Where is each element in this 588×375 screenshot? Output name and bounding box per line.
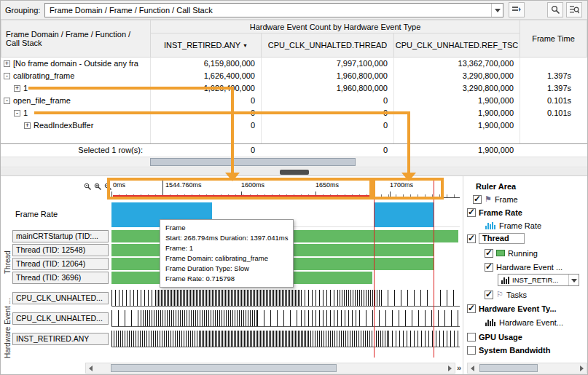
row-label: open_file_frame bbox=[13, 96, 71, 105]
pane-splitter[interactable] bbox=[1, 168, 587, 176]
column-header-frame-time[interactable]: Frame Time bbox=[520, 20, 587, 58]
search-button[interactable] bbox=[547, 2, 563, 17]
checkbox-unchecked-icon[interactable] bbox=[467, 333, 476, 342]
ruler-tick: 1544.760ms bbox=[165, 181, 202, 189]
checkbox-checked-icon[interactable] bbox=[485, 291, 493, 299]
hw-event-tick-chart[interactable] bbox=[111, 310, 460, 327]
grouping-label: Grouping: bbox=[5, 6, 40, 15]
thread-row-label[interactable]: mainCRTStartup (TID:... bbox=[12, 230, 109, 242]
vtune-window: Grouping: Frame Domain / Frame / Functio… bbox=[0, 0, 588, 375]
row-filter-button[interactable] bbox=[566, 2, 582, 17]
checkbox-checked-icon[interactable] bbox=[485, 263, 493, 272]
cell-frame-time bbox=[520, 119, 587, 132]
ruler-tick: 0ms bbox=[113, 181, 125, 189]
cell-frame-time: 0.101s bbox=[520, 107, 587, 119]
timeline-horizontal-scrollbar[interactable] bbox=[85, 363, 455, 374]
chevron-down-icon[interactable] bbox=[568, 275, 579, 285]
column-header-callstack[interactable]: Frame Domain / Frame / Function / Call S… bbox=[1, 20, 151, 58]
frame-rate-legend-row: Frame Rate bbox=[485, 220, 541, 231]
thread-row-label[interactable]: Thread (TID: 3696) bbox=[12, 272, 109, 284]
checkbox-checked-icon[interactable] bbox=[467, 234, 476, 243]
scroll-right-icon[interactable] bbox=[580, 366, 584, 371]
checkbox-checked-icon[interactable] bbox=[485, 249, 493, 258]
hw-event-row-label[interactable]: CPU_CLK_UNHALTED... bbox=[12, 312, 109, 325]
thread-row-label[interactable]: Thread (TID: 12064) bbox=[12, 258, 109, 270]
cell-frame-time: 1.397s bbox=[520, 82, 587, 95]
hardware-event-axis-label: Hardware Event ... bbox=[4, 298, 12, 358]
panel-horizontal-scrollbar[interactable] bbox=[467, 363, 587, 374]
running-checkbox-row[interactable]: Running bbox=[485, 248, 538, 258]
hw-event-tick-chart[interactable] bbox=[111, 331, 460, 347]
zoom-in-icon[interactable] bbox=[94, 183, 102, 192]
frame-rate-checkbox-row[interactable]: Frame Rate bbox=[467, 207, 522, 218]
hw-event-tick-chart[interactable] bbox=[111, 290, 460, 307]
cell-inst: 6,159,800,000 bbox=[150, 58, 261, 70]
scroll-left-icon[interactable] bbox=[89, 366, 93, 371]
collapse-icon[interactable]: - bbox=[14, 110, 20, 117]
hardware-event-checkbox-row[interactable]: Hardware Event ... bbox=[485, 261, 562, 272]
hardware-event-select[interactable]: INST_RETIR... bbox=[498, 274, 579, 286]
chevron-down-icon[interactable] bbox=[491, 4, 503, 17]
scroll-left-icon[interactable] bbox=[471, 366, 474, 371]
frame-checkbox-row[interactable]: ⚑ Frame bbox=[473, 194, 518, 205]
scrollbar-thumb[interactable] bbox=[479, 364, 538, 372]
row-label: 1 bbox=[23, 108, 28, 117]
thread-checkbox-row[interactable]: Thread bbox=[467, 233, 525, 244]
expand-icon[interactable]: + bbox=[24, 122, 31, 129]
column-header-clk-ref-tsc[interactable]: CPU_CLK_UNHALTED.REF_TSC bbox=[393, 33, 520, 58]
checkbox-checked-icon[interactable] bbox=[467, 208, 476, 217]
column-header-inst-retired[interactable]: INST_RETIRED.ANY ▼ bbox=[150, 33, 262, 58]
table-row[interactable]: +ReadIndexBuffer 0 0 1,900,000 bbox=[1, 119, 587, 132]
checkbox-checked-icon[interactable] bbox=[467, 304, 476, 313]
cell-clk-ref: 3,290,800,000 bbox=[393, 82, 520, 95]
customize-grouping-button[interactable] bbox=[509, 2, 525, 17]
sort-descending-icon: ▼ bbox=[243, 43, 248, 48]
scrollbar-thumb[interactable] bbox=[111, 364, 337, 372]
table-row[interactable]: -calibrating_frame 1,626,400,000 1,960,8… bbox=[1, 70, 587, 82]
expand-more-icon[interactable]: » bbox=[457, 363, 461, 372]
grid-horizontal-scrollbar[interactable] bbox=[1, 157, 587, 167]
checkbox-unchecked-icon[interactable] bbox=[467, 346, 476, 355]
table-row[interactable]: -1 0 0 1,900,000 0.101s bbox=[1, 107, 587, 119]
selection-summary-row: Selected 1 row(s): 0 0 1,900,000 bbox=[1, 143, 587, 156]
expand-icon[interactable]: + bbox=[4, 60, 10, 67]
grouping-bar: Grouping: Frame Domain / Frame / Functio… bbox=[1, 1, 587, 20]
grouping-dropdown[interactable]: Frame Domain / Frame / Function / Call S… bbox=[44, 3, 503, 17]
timeline-ruler[interactable]: 0ms 1544.760ms 1600ms 1650ms 1700ms bbox=[111, 180, 460, 198]
table-row[interactable]: +1 1,626,400,000 1,960,800,000 3,290,800… bbox=[1, 82, 587, 95]
cell-clk-thread: 0 bbox=[261, 95, 393, 107]
frame-rate-bar bbox=[375, 202, 434, 227]
system-bandwidth-checkbox-row[interactable]: System Bandwidth bbox=[467, 344, 550, 355]
cell-inst: 1,626,400,000 bbox=[150, 82, 261, 95]
zoom-undo-icon[interactable] bbox=[84, 183, 92, 192]
table-row[interactable]: -open_file_frame 0 0 1,900,000 0.101s bbox=[1, 95, 587, 107]
thread-row-label[interactable]: Thread (TID: 12548) bbox=[12, 244, 109, 256]
collapse-icon[interactable]: - bbox=[4, 73, 10, 79]
table-row[interactable]: +[No frame domain - Outside any fra 6,15… bbox=[1, 58, 587, 70]
cell-clk-ref: 3,290,800,000 bbox=[393, 70, 520, 82]
checkbox-checked-icon[interactable] bbox=[473, 195, 482, 204]
frame-tooltip: Frame Start: 268.794ms Duration: 1397.04… bbox=[160, 219, 294, 288]
group-header: Hardware Event Count by Hardware Event T… bbox=[150, 20, 520, 33]
panel-divider bbox=[463, 176, 463, 374]
cell-clk-thread: 0 bbox=[261, 119, 393, 132]
scrollbar-thumb[interactable] bbox=[150, 158, 356, 166]
splitter-handle-icon[interactable] bbox=[280, 170, 309, 175]
hardware-event-type-checkbox-row[interactable]: Hardware Event Ty... bbox=[467, 303, 557, 314]
tooltip-title: Frame bbox=[165, 223, 288, 233]
ruler-tick: 1600ms bbox=[241, 181, 264, 189]
gpu-usage-checkbox-row[interactable]: GPU Usage bbox=[467, 331, 522, 342]
collapse-icon[interactable]: - bbox=[4, 98, 10, 104]
timeline-pane: 0ms 1544.760ms 1600ms 1650ms 1700ms Fram… bbox=[1, 176, 587, 374]
column-header-clk-thread[interactable]: CPU_CLK_UNHALTED.THREAD bbox=[261, 33, 394, 58]
scroll-right-icon[interactable] bbox=[448, 366, 452, 371]
hw-event-row-label[interactable]: INST_RETIRED.ANY bbox=[12, 333, 109, 345]
cell-inst: 1,626,400,000 bbox=[150, 70, 261, 82]
tasks-checkbox-row[interactable]: ⚐ Tasks bbox=[485, 289, 527, 300]
cell-frame-time bbox=[520, 58, 587, 70]
expand-icon[interactable]: + bbox=[14, 85, 20, 92]
grid-body: +[No frame domain - Outside any fra 6,15… bbox=[1, 58, 587, 143]
row-label: calibrating_frame bbox=[13, 71, 74, 80]
cell-frame-time: 0.101s bbox=[520, 95, 587, 107]
hw-event-row-label[interactable]: CPU_CLK_UNHALTED... bbox=[12, 292, 109, 304]
